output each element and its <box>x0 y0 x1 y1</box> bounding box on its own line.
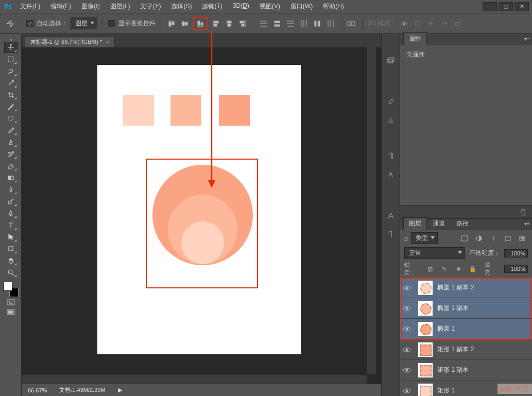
panel-menu-icon[interactable]: ▾≡ <box>524 221 530 227</box>
distribute-vcenter-icon[interactable] <box>272 19 282 28</box>
layer-thumbnail[interactable] <box>418 363 433 378</box>
menu-item[interactable]: 文字(Y) <box>135 0 165 13</box>
dodge-tool[interactable] <box>4 196 18 207</box>
canvas-square[interactable] <box>170 95 201 126</box>
distribute-left-icon[interactable] <box>299 19 309 28</box>
visibility-toggle[interactable] <box>400 285 414 291</box>
filter-kind-dropdown[interactable]: 类型 <box>411 232 438 244</box>
layer-row[interactable]: 椭圆 1 <box>400 319 532 339</box>
lock-all-icon[interactable]: 🔒 <box>467 264 478 273</box>
layer-name[interactable]: 椭圆 1 <box>437 324 455 333</box>
crop-tool[interactable] <box>4 89 18 100</box>
move-tool[interactable] <box>4 42 18 53</box>
distribute-bottom-icon[interactable] <box>285 19 296 28</box>
healing-tool[interactable] <box>4 113 18 124</box>
filter-adjust-icon[interactable] <box>473 234 485 243</box>
panel-menu-icon[interactable]: ▾≡ <box>524 36 530 42</box>
align-left-icon[interactable] <box>211 19 221 28</box>
menu-item[interactable]: 文件(F) <box>15 0 45 13</box>
foreground-color[interactable] <box>3 282 12 291</box>
pen-tool[interactable] <box>4 208 18 219</box>
lock-position-icon[interactable]: ✥ <box>453 264 464 273</box>
zoom-level[interactable]: 66.67% <box>28 387 47 393</box>
status-arrow-icon[interactable]: ▶ <box>118 387 122 393</box>
layer-thumbnail[interactable] <box>418 342 433 357</box>
layer-thumbnail[interactable] <box>418 280 433 296</box>
horizontal-scrollbar[interactable] <box>22 374 367 384</box>
canvas-circle[interactable] <box>181 221 224 264</box>
brush-presets-icon[interactable] <box>384 114 398 126</box>
paragraph-styles-icon[interactable] <box>384 229 398 240</box>
path-select-tool[interactable] <box>4 231 18 243</box>
layers-tab[interactable]: 路径 <box>451 217 474 230</box>
distribute-right-icon[interactable] <box>325 19 336 28</box>
distribute-hcenter-icon[interactable] <box>312 19 322 28</box>
blur-tool[interactable] <box>4 184 18 195</box>
quick-mask-icon[interactable] <box>4 298 18 307</box>
menu-item[interactable]: 图像(I) <box>77 0 104 13</box>
lock-transparency-icon[interactable]: ▧ <box>424 264 436 273</box>
visibility-toggle[interactable] <box>400 347 414 353</box>
auto-align-icon[interactable] <box>347 19 357 28</box>
auto-select-dropdown[interactable]: 图层 <box>71 18 97 29</box>
canvas-area[interactable] <box>22 47 381 384</box>
layer-row[interactable]: 矩形 1 副本 <box>400 360 532 381</box>
layer-thumbnail[interactable] <box>418 383 433 397</box>
visibility-toggle[interactable] <box>400 305 414 312</box>
fill-input[interactable]: 100% <box>504 265 528 273</box>
canvas[interactable] <box>97 65 301 354</box>
menu-item[interactable]: 编辑(E) <box>46 0 76 13</box>
minimize-button[interactable]: ─ <box>483 2 497 11</box>
filter-shape-icon[interactable] <box>502 234 513 243</box>
color-swatches[interactable] <box>3 282 19 297</box>
layer-name[interactable]: 矩形 1 <box>437 386 455 395</box>
auto-select-checkbox[interactable] <box>26 20 33 27</box>
align-bottom-icon[interactable] <box>195 19 205 28</box>
filter-image-icon[interactable] <box>459 234 470 243</box>
align-hcenter-icon[interactable] <box>224 19 234 28</box>
menu-item[interactable]: 视图(V) <box>255 0 285 13</box>
align-vcenter-icon[interactable] <box>180 19 190 28</box>
visibility-toggle[interactable] <box>400 388 414 394</box>
layers-tab[interactable]: 图层 <box>403 217 427 230</box>
maximize-button[interactable]: □ <box>499 2 513 11</box>
document-tab[interactable]: 未标题-1 @ 66.7%(RGB/8) * × <box>25 36 115 47</box>
blend-mode-dropdown[interactable]: 正常 <box>404 247 465 259</box>
gradient-tool[interactable] <box>4 172 18 183</box>
layers-tab[interactable]: 通道 <box>427 217 451 230</box>
menu-item[interactable]: 滤镜(T) <box>197 0 227 13</box>
close-tab-icon[interactable]: × <box>106 39 109 45</box>
layer-name[interactable]: 椭圆 1 副本 2 <box>437 283 474 292</box>
layer-row[interactable]: 椭圆 1 副本 <box>400 298 532 319</box>
eyedropper-tool[interactable] <box>4 101 18 112</box>
shape-tool[interactable] <box>4 243 18 254</box>
distribute-top-icon[interactable] <box>259 19 269 28</box>
history-brush-tool[interactable] <box>4 148 18 160</box>
type-tool[interactable] <box>4 219 18 231</box>
menu-item[interactable]: 图层(L) <box>106 0 135 13</box>
trash-icon[interactable] <box>518 208 529 217</box>
opacity-input[interactable]: 100% <box>504 249 528 257</box>
eraser-tool[interactable] <box>4 160 18 171</box>
layer-name[interactable]: 椭圆 1 副本 <box>437 304 469 313</box>
stamp-tool[interactable] <box>4 136 18 148</box>
menu-item[interactable]: 帮助(H) <box>318 0 349 13</box>
align-right-icon[interactable] <box>237 19 248 28</box>
layer-name[interactable]: 矩形 1 副本 <box>437 366 469 374</box>
lock-pixels-icon[interactable]: ✎ <box>438 264 450 273</box>
properties-tab[interactable]: 属性 <box>403 32 427 45</box>
canvas-square[interactable] <box>219 95 250 126</box>
menu-item[interactable]: 窗口(W) <box>286 0 317 13</box>
layer-name[interactable]: 矩形 1 副本 2 <box>437 345 474 354</box>
layer-thumbnail[interactable] <box>418 301 433 316</box>
vertical-scrollbar[interactable] <box>367 47 376 374</box>
brush-tool[interactable] <box>4 125 18 136</box>
align-top-icon[interactable] <box>166 19 177 28</box>
layer-thumbnail[interactable] <box>418 321 433 337</box>
type-styles-icon[interactable] <box>384 210 398 221</box>
character-panel-icon[interactable]: A <box>384 169 398 180</box>
menu-item[interactable]: 选择(S) <box>166 0 196 13</box>
brush-panel-icon[interactable] <box>384 96 398 107</box>
lasso-tool[interactable] <box>4 65 18 77</box>
filter-smart-icon[interactable] <box>517 234 528 243</box>
